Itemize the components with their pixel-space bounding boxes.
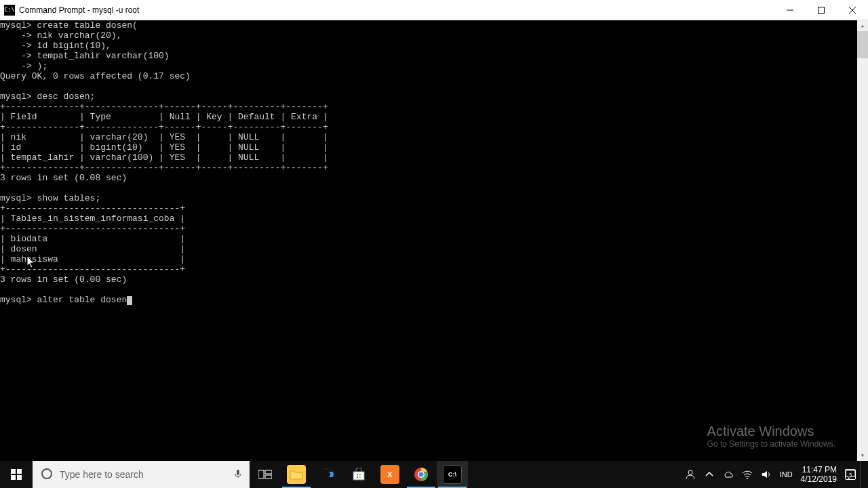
activate-windows-watermark: Activate Windows Go to Settings to activ… <box>707 424 835 449</box>
tray-clock[interactable]: 11:47 PM 4/12/2019 <box>797 461 841 488</box>
close-button[interactable] <box>837 0 868 20</box>
chrome-icon <box>412 465 431 484</box>
term-line: 3 rows in set (0.00 sec) <box>0 274 127 285</box>
taskbar-search[interactable]: Type here to search <box>33 461 250 488</box>
scroll-down-arrow[interactable]: ▾ <box>857 450 868 461</box>
term-line: -> tempat_lahir varchar(100) <box>0 51 170 61</box>
svg-rect-5 <box>17 469 22 474</box>
term-line: | Tables_in_sistem_informasi_coba | <box>0 214 185 224</box>
cortana-icon <box>41 468 53 482</box>
tray-date: 4/12/2019 <box>801 474 837 484</box>
term-prompt-line: mysql> alter table dosen <box>0 295 127 305</box>
tray-action-center[interactable]: 3 <box>841 461 860 488</box>
svg-rect-6 <box>11 475 16 480</box>
svg-rect-17 <box>357 476 358 478</box>
svg-rect-11 <box>258 470 264 479</box>
term-line: +---------------------------------+ <box>0 203 185 214</box>
window-title: Command Prompt - mysql -u root <box>19 5 139 15</box>
term-line: | mahasiswa | <box>0 254 185 264</box>
svg-point-21 <box>419 472 424 477</box>
term-line: -> id bigint(10), <box>0 41 111 51</box>
term-line: 3 rows in set (0.08 sec) <box>0 173 127 183</box>
notif-count: 3 <box>849 472 852 478</box>
term-line: -> nik varchar(20), <box>0 30 121 41</box>
tray-overflow-chevron[interactable] <box>700 461 719 488</box>
mic-icon[interactable] <box>233 469 243 481</box>
term-line: | Field | Type | Null | Key | Default | … <box>0 112 328 122</box>
term-line: Query OK, 0 rows affected (0.17 sec) <box>0 71 191 81</box>
folder-icon <box>287 465 306 484</box>
term-line: | biodata | <box>0 234 185 244</box>
store-icon <box>349 465 368 484</box>
term-line: +--------------+--------------+------+--… <box>0 102 328 112</box>
search-placeholder: Type here to search <box>60 469 144 480</box>
tray-ime-label: IND <box>780 470 793 479</box>
maximize-button[interactable] <box>806 0 837 20</box>
tray-volume-icon[interactable] <box>757 461 776 488</box>
term-line: | tempat_lahir | varchar(100) | YES | | … <box>0 152 328 163</box>
svg-rect-7 <box>17 475 22 480</box>
term-line: -> ); <box>0 61 47 71</box>
term-line: mysql> desc dosen; <box>0 92 95 102</box>
taskbar-app-store[interactable] <box>343 461 374 488</box>
system-tray: IND 11:47 PM 4/12/2019 3 <box>681 461 868 488</box>
svg-point-23 <box>747 478 748 479</box>
vertical-scrollbar[interactable]: ▴ ▾ <box>857 20 868 461</box>
term-line: +---------------------------------+ <box>0 224 185 234</box>
xampp-icon: X <box>380 465 399 484</box>
tray-people-icon[interactable] <box>681 461 700 488</box>
tray-time: 11:47 PM <box>801 465 837 474</box>
scroll-track[interactable] <box>857 31 868 450</box>
taskbar: Type here to search X C:\ <box>0 461 868 488</box>
tray-ime[interactable]: IND <box>776 461 797 488</box>
term-line: +--------------+--------------+------+--… <box>0 163 328 173</box>
term-line: +---------------------------------+ <box>0 264 185 274</box>
svg-point-8 <box>42 469 52 479</box>
term-line: mysql> create table dosen( <box>0 20 138 30</box>
svg-rect-18 <box>359 476 361 478</box>
tray-network-icon[interactable] <box>738 461 757 488</box>
svg-point-22 <box>688 470 692 474</box>
edge-icon <box>318 465 337 484</box>
svg-rect-13 <box>265 475 272 479</box>
term-line: | dosen | <box>0 244 185 254</box>
svg-rect-14 <box>353 472 364 480</box>
term-line: | nik | varchar(20) | YES | | NULL | | <box>0 132 328 142</box>
svg-rect-4 <box>11 469 16 474</box>
taskbar-app-edge[interactable] <box>312 461 343 488</box>
svg-rect-1 <box>818 7 825 13</box>
taskbar-app-cmd[interactable]: C:\ <box>437 461 468 488</box>
terminal-output[interactable]: mysql> create table dosen( -> nik varcha… <box>0 20 857 461</box>
start-button[interactable] <box>0 461 33 488</box>
text-cursor <box>127 296 132 305</box>
svg-rect-12 <box>265 470 272 474</box>
tray-onedrive-icon[interactable] <box>719 461 738 488</box>
watermark-title: Activate Windows <box>707 424 835 439</box>
term-line: | id | bigint(10) | YES | | NULL | | <box>0 142 328 152</box>
scroll-up-arrow[interactable]: ▴ <box>857 20 868 31</box>
minimize-button[interactable] <box>774 0 806 20</box>
scroll-thumb[interactable] <box>857 31 868 58</box>
svg-rect-9 <box>237 470 239 475</box>
watermark-subtitle: Go to Settings to activate Windows. <box>707 439 835 449</box>
task-view-button[interactable] <box>250 461 281 488</box>
taskbar-app-xampp[interactable]: X <box>374 461 406 488</box>
show-desktop-button[interactable] <box>860 461 864 488</box>
svg-rect-15 <box>357 474 358 475</box>
term-line: mysql> show tables; <box>0 193 100 203</box>
term-line: +--------------+--------------+------+--… <box>0 122 328 132</box>
taskbar-app-chrome[interactable] <box>406 461 437 488</box>
cmd-taskbar-icon: C:\ <box>443 465 462 484</box>
cmd-icon: C:\ <box>4 5 15 16</box>
svg-rect-16 <box>359 474 361 475</box>
taskbar-app-file-explorer[interactable] <box>281 461 312 488</box>
window-titlebar: C:\ Command Prompt - mysql -u root <box>0 0 868 20</box>
